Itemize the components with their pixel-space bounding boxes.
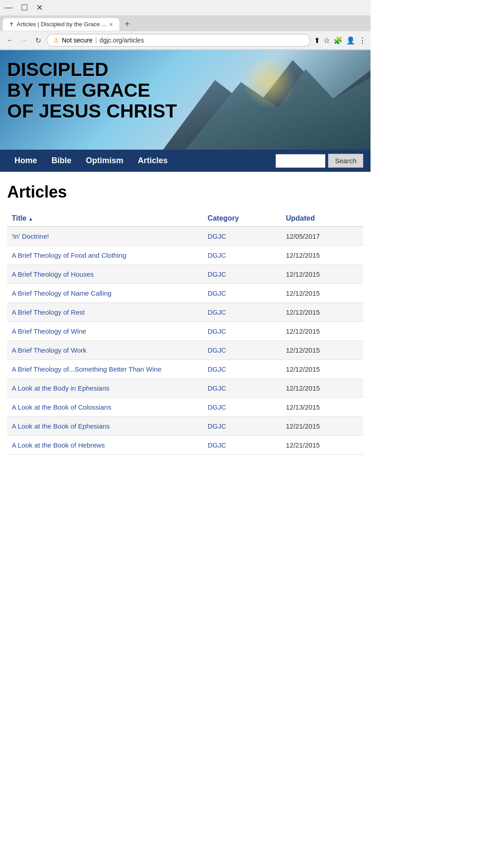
share-icon[interactable]: ⬆ bbox=[314, 36, 320, 45]
nav-bible[interactable]: Bible bbox=[44, 150, 79, 172]
navigation-bar: Home Bible Optimism Articles Search bbox=[0, 150, 371, 172]
article-date-cell: 12/12/2015 bbox=[282, 360, 363, 379]
article-title-cell[interactable]: A Brief Theology of Houses bbox=[7, 265, 203, 284]
active-tab[interactable]: ✝ Articles | Discipled by the Grace ... … bbox=[3, 18, 119, 31]
article-category-cell: DGJC bbox=[203, 226, 281, 246]
article-date-cell: 12/12/2015 bbox=[282, 284, 363, 303]
col-header-category[interactable]: Category bbox=[203, 211, 281, 226]
tab-title: Articles | Discipled by the Grace ... bbox=[17, 21, 106, 28]
table-row: A Look at the Book of EphesiansDGJC12/21… bbox=[7, 417, 363, 436]
site-content: DISCIPLED BY THE GRACE OF JESUS CHRIST H… bbox=[0, 50, 371, 466]
article-category-cell: DGJC bbox=[203, 398, 281, 417]
hero-banner: DISCIPLED BY THE GRACE OF JESUS CHRIST bbox=[0, 50, 371, 150]
article-title-cell[interactable]: A Brief Theology of...Something Better T… bbox=[7, 360, 203, 379]
article-category-cell: DGJC bbox=[203, 436, 281, 455]
article-date-cell: 12/13/2015 bbox=[282, 398, 363, 417]
article-title-cell[interactable]: A Look at the Book of Colossians bbox=[7, 398, 203, 417]
back-button[interactable]: ← bbox=[5, 34, 15, 46]
table-row: 'In' Doctrine!DGJC12/05/2017 bbox=[7, 226, 363, 246]
article-category-cell: DGJC bbox=[203, 246, 281, 265]
browser-action-icons: ⬆ ☆ 🧩 👤 ⋮ bbox=[314, 36, 366, 45]
sort-arrow-icon: ▲ bbox=[28, 216, 33, 222]
table-row: A Brief Theology of HousesDGJC12/12/2015 bbox=[7, 265, 363, 284]
col-header-title[interactable]: Title▲ bbox=[7, 211, 203, 226]
article-date-cell: 12/12/2015 bbox=[282, 303, 363, 322]
article-title-cell[interactable]: A Brief Theology of Work bbox=[7, 341, 203, 360]
security-warning-icon: ⚠ bbox=[53, 37, 59, 44]
table-row: A Brief Theology of...Something Better T… bbox=[7, 360, 363, 379]
article-title-cell[interactable]: A Brief Theology of Food and Clothing bbox=[7, 246, 203, 265]
search-button[interactable]: Search bbox=[328, 154, 363, 168]
forward-button[interactable]: → bbox=[19, 34, 30, 46]
table-row: A Look at the Book of ColossiansDGJC12/1… bbox=[7, 398, 363, 417]
close-icon[interactable]: ✕ bbox=[36, 3, 43, 13]
table-header-row: Title▲ Category Updated bbox=[7, 211, 363, 226]
bookmark-icon[interactable]: ☆ bbox=[324, 36, 330, 45]
minimize-icon[interactable]: — bbox=[5, 3, 13, 13]
articles-table: Title▲ Category Updated 'In' Doctrine!DG… bbox=[7, 211, 363, 455]
profile-icon[interactable]: 👤 bbox=[346, 36, 355, 45]
article-date-cell: 12/12/2015 bbox=[282, 246, 363, 265]
address-separator: | bbox=[95, 37, 97, 44]
title-bar: — ☐ ✕ bbox=[0, 0, 371, 15]
search-input[interactable] bbox=[276, 154, 325, 168]
maximize-icon[interactable]: ☐ bbox=[21, 3, 28, 13]
articles-section: Articles Title▲ Category Updated 'In' Do… bbox=[0, 172, 371, 466]
window-controls[interactable]: — ☐ ✕ bbox=[5, 3, 43, 13]
not-secure-label: Not secure bbox=[62, 37, 93, 44]
article-date-cell: 12/21/2015 bbox=[282, 436, 363, 455]
nav-optimism[interactable]: Optimism bbox=[79, 150, 131, 172]
article-title-cell[interactable]: A Brief Theology of Wine bbox=[7, 322, 203, 341]
tab-close-button[interactable]: × bbox=[109, 21, 113, 28]
tab-bar: ✝ Articles | Discipled by the Grace ... … bbox=[0, 15, 371, 31]
article-category-cell: DGJC bbox=[203, 379, 281, 398]
article-category-cell: DGJC bbox=[203, 360, 281, 379]
article-title-cell[interactable]: A Look at the Book of Ephesians bbox=[7, 417, 203, 436]
table-row: A Brief Theology of WorkDGJC12/12/2015 bbox=[7, 341, 363, 360]
article-title-cell[interactable]: 'In' Doctrine! bbox=[7, 226, 203, 246]
article-date-cell: 12/12/2015 bbox=[282, 379, 363, 398]
address-field[interactable]: ⚠ Not secure | dgjc.org/articles bbox=[47, 34, 310, 47]
article-category-cell: DGJC bbox=[203, 303, 281, 322]
article-date-cell: 12/12/2015 bbox=[282, 341, 363, 360]
table-row: A Brief Theology of WineDGJC12/12/2015 bbox=[7, 322, 363, 341]
table-row: A Look at the Book of HebrewsDGJC12/21/2… bbox=[7, 436, 363, 455]
article-title-cell[interactable]: A Look at the Book of Hebrews bbox=[7, 436, 203, 455]
address-bar: ← → ↻ ⚠ Not secure | dgjc.org/articles ⬆… bbox=[0, 31, 371, 50]
table-row: A Brief Theology of RestDGJC12/12/2015 bbox=[7, 303, 363, 322]
search-form: Search bbox=[276, 154, 363, 168]
article-category-cell: DGJC bbox=[203, 341, 281, 360]
article-date-cell: 12/05/2017 bbox=[282, 226, 363, 246]
nav-articles[interactable]: Articles bbox=[131, 150, 175, 172]
refresh-button[interactable]: ↻ bbox=[33, 34, 43, 47]
hero-light-glow bbox=[242, 55, 296, 109]
col-header-updated[interactable]: Updated bbox=[282, 211, 363, 226]
article-title-cell[interactable]: A Brief Theology of Name Calling bbox=[7, 284, 203, 303]
extensions-icon[interactable]: 🧩 bbox=[333, 36, 343, 45]
article-date-cell: 12/21/2015 bbox=[282, 417, 363, 436]
article-date-cell: 12/12/2015 bbox=[282, 265, 363, 284]
article-title-cell[interactable]: A Brief Theology of Rest bbox=[7, 303, 203, 322]
article-category-cell: DGJC bbox=[203, 265, 281, 284]
site-title: DISCIPLED BY THE GRACE OF JESUS CHRIST bbox=[7, 59, 177, 122]
tab-site-icon: ✝ bbox=[9, 21, 14, 28]
page-title: Articles bbox=[7, 183, 363, 202]
article-title-cell[interactable]: A Look at the Body in Ephesians bbox=[7, 379, 203, 398]
article-category-cell: DGJC bbox=[203, 284, 281, 303]
table-row: A Look at the Body in EphesiansDGJC12/12… bbox=[7, 379, 363, 398]
new-tab-button[interactable]: + bbox=[121, 17, 134, 31]
article-category-cell: DGJC bbox=[203, 417, 281, 436]
article-date-cell: 12/12/2015 bbox=[282, 322, 363, 341]
table-row: A Brief Theology of Name CallingDGJC12/1… bbox=[7, 284, 363, 303]
url-display[interactable]: dgjc.org/articles bbox=[99, 37, 304, 44]
article-category-cell: DGJC bbox=[203, 322, 281, 341]
table-row: A Brief Theology of Food and ClothingDGJ… bbox=[7, 246, 363, 265]
nav-home[interactable]: Home bbox=[7, 150, 44, 172]
menu-icon[interactable]: ⋮ bbox=[359, 36, 366, 45]
